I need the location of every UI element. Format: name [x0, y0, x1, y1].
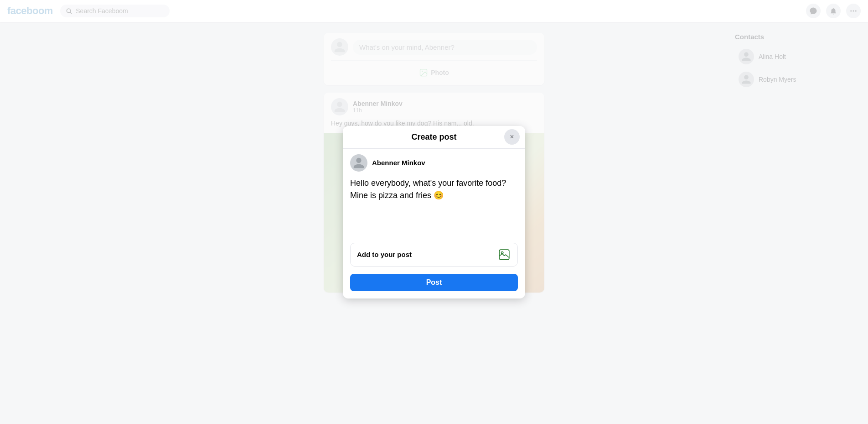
- modal-title: Create post: [411, 132, 456, 142]
- modal-overlay: Create post × Abenner Minkov Hello every…: [0, 0, 868, 424]
- create-post-modal: Create post × Abenner Minkov Hello every…: [343, 126, 525, 298]
- modal-user-name: Abenner Minkov: [372, 159, 425, 167]
- post-button[interactable]: Post: [350, 274, 518, 291]
- modal-user-avatar: [350, 154, 367, 172]
- modal-body: Abenner Minkov Hello everybody, what's y…: [343, 149, 525, 298]
- image-icon: [498, 249, 510, 261]
- add-to-post-label: Add to your post: [357, 251, 412, 258]
- modal-close-button[interactable]: ×: [504, 129, 520, 145]
- add-to-post-row[interactable]: Add to your post: [350, 243, 518, 267]
- modal-user-row: Abenner Minkov: [350, 154, 518, 172]
- add-photo-icon-button[interactable]: [497, 248, 511, 262]
- modal-header: Create post ×: [343, 126, 525, 149]
- post-text-input[interactable]: Hello everybody, what's your favorite fo…: [350, 177, 518, 236]
